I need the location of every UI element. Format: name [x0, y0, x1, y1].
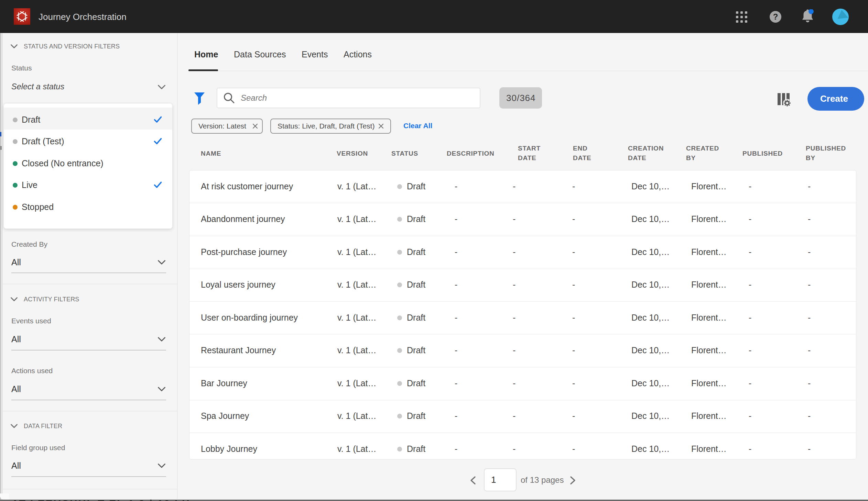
svg-text:?: ?: [773, 12, 778, 21]
